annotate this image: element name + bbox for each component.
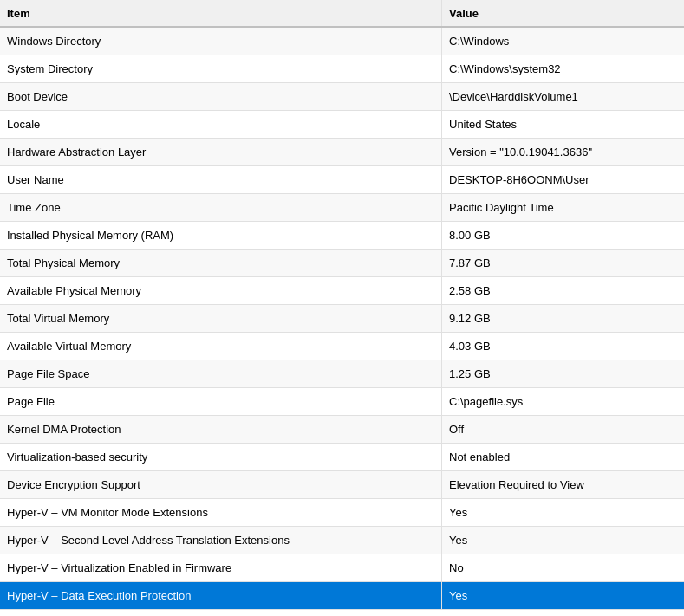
row-value-cell: \Device\HarddiskVolume1 — [442, 83, 684, 110]
row-value-text: 7.87 GB — [449, 256, 491, 269]
row-value-cell: Elevation Required to View — [442, 471, 684, 498]
table-row[interactable]: Page FileC:\pagefile.sys — [0, 388, 684, 416]
row-item-cell: Total Physical Memory — [0, 250, 442, 276]
row-value-cell: United States — [442, 111, 684, 138]
row-value-cell: Yes — [442, 582, 684, 609]
row-value-cell: 1.25 GB — [442, 360, 684, 387]
row-value-text: Pacific Daylight Time — [449, 201, 554, 214]
row-value-cell: C:\Windows\system32 — [442, 55, 684, 82]
row-value-cell: C:\pagefile.sys — [442, 388, 684, 415]
table-row[interactable]: Total Virtual Memory9.12 GB — [0, 305, 684, 333]
row-item-text: Total Physical Memory — [7, 256, 120, 269]
row-item-cell: Hyper-V – Data Execution Protection — [0, 582, 442, 609]
row-value-text: United States — [449, 118, 517, 131]
table-row[interactable]: Available Virtual Memory4.03 GB — [0, 333, 684, 360]
row-value-text: Yes — [449, 506, 467, 519]
row-item-cell: System Directory — [0, 55, 442, 82]
row-item-cell: Installed Physical Memory (RAM) — [0, 222, 442, 249]
row-item-cell: Hyper-V – Virtualization Enabled in Firm… — [0, 554, 442, 581]
row-item-text: Hyper-V – Second Level Address Translati… — [7, 534, 290, 547]
header-value-label: Value — [449, 7, 479, 20]
row-item-text: Available Physical Memory — [7, 284, 141, 297]
table-row[interactable]: Windows DirectoryC:\Windows — [0, 28, 684, 55]
table-row[interactable]: User NameDESKTOP-8H6OONM\User — [0, 166, 684, 194]
row-value-cell: 2.58 GB — [442, 277, 684, 304]
row-value-text: 8.00 GB — [449, 229, 491, 242]
row-item-cell: Page File — [0, 388, 442, 415]
table-header-row: Item Value — [0, 0, 684, 28]
table-row[interactable]: LocaleUnited States — [0, 111, 684, 139]
table-row[interactable]: Boot Device\Device\HarddiskVolume1 — [0, 83, 684, 111]
row-item-cell: Total Virtual Memory — [0, 305, 442, 332]
row-value-text: 4.03 GB — [449, 340, 491, 353]
row-item-cell: Time Zone — [0, 194, 442, 221]
row-item-text: Hyper-V – Virtualization Enabled in Firm… — [7, 561, 231, 574]
row-value-text: 9.12 GB — [449, 312, 491, 325]
row-value-text: 1.25 GB — [449, 367, 491, 380]
row-value-text: Version = "10.0.19041.3636" — [449, 146, 592, 159]
row-value-cell: No — [442, 554, 684, 581]
row-item-cell: Windows Directory — [0, 28, 442, 55]
row-item-text: Hyper-V – VM Monitor Mode Extensions — [7, 506, 208, 519]
table-row[interactable]: Total Physical Memory7.87 GB — [0, 250, 684, 277]
row-item-text: System Directory — [7, 62, 93, 75]
row-item-cell: Available Physical Memory — [0, 277, 442, 304]
table-row[interactable]: Device Encryption SupportElevation Requi… — [0, 471, 684, 499]
row-value-text: C:\Windows\system32 — [449, 62, 561, 75]
row-item-text: Page File Space — [7, 367, 89, 380]
row-value-text: C:\pagefile.sys — [449, 395, 523, 408]
row-value-text: Off — [449, 423, 464, 436]
row-item-cell: Page File Space — [0, 360, 442, 387]
row-value-cell: 7.87 GB — [442, 250, 684, 276]
row-item-text: Installed Physical Memory (RAM) — [7, 229, 173, 242]
row-value-text: \Device\HarddiskVolume1 — [449, 90, 578, 103]
row-value-cell: Yes — [442, 499, 684, 526]
row-value-cell: Version = "10.0.19041.3636" — [442, 139, 684, 165]
row-item-cell: Virtualization-based security — [0, 444, 442, 470]
table-row[interactable]: Hardware Abstraction LayerVersion = "10.… — [0, 139, 684, 166]
row-item-text: Locale — [7, 118, 40, 131]
system-info-table: Item Value Windows DirectoryC:\WindowsSy… — [0, 0, 684, 610]
row-value-text: No — [449, 561, 464, 574]
table-row[interactable]: Kernel DMA ProtectionOff — [0, 416, 684, 444]
row-item-text: Windows Directory — [7, 35, 101, 48]
row-item-text: Boot Device — [7, 90, 68, 103]
row-item-text: Time Zone — [7, 201, 61, 214]
row-item-cell: Hardware Abstraction Layer — [0, 139, 442, 165]
row-item-text: Page File — [7, 395, 55, 408]
row-value-cell: Pacific Daylight Time — [442, 194, 684, 221]
row-value-cell: 9.12 GB — [442, 305, 684, 332]
row-value-text: C:\Windows — [449, 35, 509, 48]
row-item-text: Total Virtual Memory — [7, 312, 109, 325]
row-item-text: User Name — [7, 173, 64, 186]
row-value-text: 2.58 GB — [449, 284, 491, 297]
row-value-cell: Off — [442, 416, 684, 443]
table-row[interactable]: Available Physical Memory2.58 GB — [0, 277, 684, 305]
table-row[interactable]: Hyper-V – VM Monitor Mode ExtensionsYes — [0, 499, 684, 527]
table-row[interactable]: Hyper-V – Virtualization Enabled in Firm… — [0, 554, 684, 582]
row-value-text: DESKTOP-8H6OONM\User — [449, 173, 590, 186]
row-item-cell: Available Virtual Memory — [0, 333, 442, 360]
row-item-text: Hardware Abstraction Layer — [7, 146, 146, 159]
table-row[interactable]: Virtualization-based securityNot enabled — [0, 444, 684, 471]
table-row[interactable]: Installed Physical Memory (RAM)8.00 GB — [0, 222, 684, 250]
table-row[interactable]: Hyper-V – Data Execution ProtectionYes — [0, 582, 684, 610]
table-row[interactable]: Hyper-V – Second Level Address Translati… — [0, 527, 684, 554]
header-value-col: Value — [442, 0, 684, 26]
row-item-cell: Boot Device — [0, 83, 442, 110]
row-item-cell: Hyper-V – Second Level Address Translati… — [0, 527, 442, 554]
row-value-text: Yes — [449, 534, 467, 547]
row-value-cell: Not enabled — [442, 444, 684, 470]
row-value-cell: 8.00 GB — [442, 222, 684, 249]
table-row[interactable]: Time ZonePacific Daylight Time — [0, 194, 684, 222]
row-value-cell: Yes — [442, 527, 684, 554]
row-item-cell: Device Encryption Support — [0, 471, 442, 498]
table-row[interactable]: Page File Space1.25 GB — [0, 360, 684, 388]
row-item-text: Device Encryption Support — [7, 478, 140, 491]
header-item-col: Item — [0, 0, 442, 26]
row-item-cell: User Name — [0, 166, 442, 193]
row-item-text: Available Virtual Memory — [7, 340, 131, 353]
header-item-label: Item — [7, 7, 30, 20]
table-row[interactable]: System DirectoryC:\Windows\system32 — [0, 55, 684, 83]
row-value-cell: DESKTOP-8H6OONM\User — [442, 166, 684, 193]
